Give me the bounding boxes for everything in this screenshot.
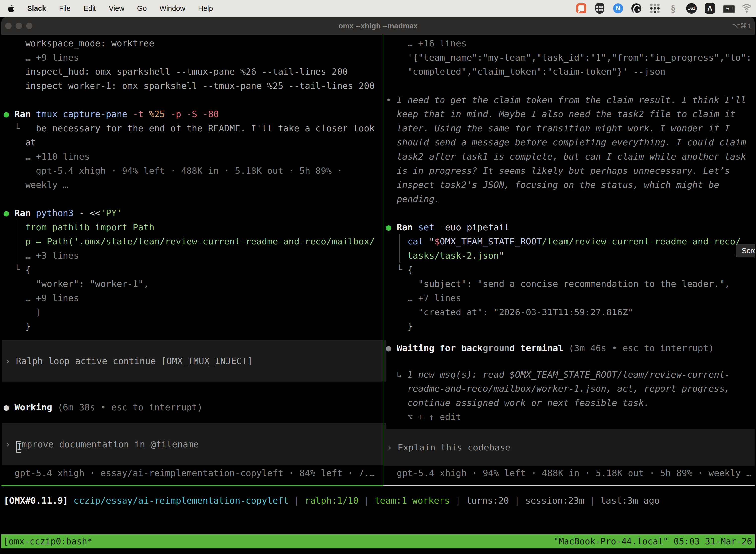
- terminal-line: ]: [4, 305, 375, 319]
- terminal-line: gpt-5.4 xhigh · 94% left · 488K in · 5.1…: [4, 164, 375, 178]
- terminal-line: [386, 206, 752, 220]
- prompt-input-left[interactable]: › Improve documentation in @filename: [2, 423, 386, 465]
- terminal-line: readme-and-reco/mailbox/worker-1.json, a…: [386, 382, 730, 396]
- terminal-window[interactable]: omx --xhigh --madmax ⌥⌘1 workspace_mode:…: [1, 17, 755, 554]
- terminal-line: ● Ran set -euo pipefail: [386, 220, 752, 234]
- screen-tooltip: Scre: [736, 244, 755, 258]
- terminal-line: later. Using the same for transition mig…: [386, 121, 752, 135]
- terminal-line: └ be necessary for the end of the README…: [4, 121, 375, 135]
- terminal-line: task2 after task1 is complete, but can I…: [386, 150, 752, 164]
- count-badge-icon[interactable]: ..61: [686, 3, 697, 14]
- terminal-line: … +3 lines: [4, 248, 375, 263]
- grid-dots-icon[interactable]: [649, 3, 660, 14]
- wifi-icon[interactable]: [741, 3, 752, 14]
- right-terminal-pane[interactable]: … +16 lines '{"team_name":"my-team","tas…: [386, 36, 752, 333]
- terminal-line: is in progress? It seems likely but perh…: [386, 164, 752, 178]
- terminal-line: gpt-5.4 xhigh · 94% left · 488K in · 5.1…: [386, 466, 752, 480]
- tmux-status-bar: [omx-cczip0:bash* "MacBook-Pro-44.local"…: [1, 535, 755, 548]
- tmux-session-label: [omx-cczip0:bash*: [3, 535, 92, 548]
- terminal-line: › Ralph loop active continue [OMX_TMUX_I…: [5, 354, 252, 368]
- terminal-line: • I need to get the claim token from the…: [386, 93, 752, 107]
- terminal-line: "completed","claim_token":"claim-token"}…: [386, 64, 752, 79]
- terminal-line: ↳ 1 new msg(s): read $OMX_TEAM_STATE_ROO…: [386, 367, 730, 382]
- terminal-line: workspace_mode: worktree: [4, 36, 375, 50]
- pane-bottom-border-right: [383, 486, 755, 486]
- shield-grid-icon[interactable]: [594, 3, 605, 14]
- model-status-right: gpt-5.4 xhigh · 94% left · 488K in · 5.1…: [386, 466, 752, 480]
- window-title: omx --xhigh --madmax: [1, 17, 755, 35]
- blue-circle-icon[interactable]: N: [613, 3, 624, 14]
- chat-app-icon[interactable]: [576, 3, 587, 14]
- menubar-app-name[interactable]: Slack: [27, 4, 46, 13]
- terminal-line: keep that in mind. Maybe I also need the…: [386, 107, 752, 121]
- prompt-placeholder: mprove documentation in @filename: [21, 439, 199, 449]
- terminal-line: p = Path('.omx/state/team/review-current…: [4, 234, 375, 248]
- prompt-chevron-icon: ›: [387, 442, 397, 452]
- terminal-line: pending.: [386, 192, 752, 206]
- menu-item-go[interactable]: Go: [137, 4, 147, 13]
- right-terminal-pane-lower[interactable]: ● Waiting for background terminal (3m 46…: [386, 341, 730, 424]
- text-cursor: I: [16, 441, 21, 453]
- omx-status-line: [OMX#0.11.9] cczip/essay/ai-reimplementa…: [4, 493, 659, 508]
- terminal-line: └ {: [386, 263, 752, 277]
- terminal-line: "subject": "send a concise recommendatio…: [386, 277, 752, 291]
- terminal-line: … +9 lines: [4, 291, 375, 305]
- terminal-line: ● Ran python3 - <<'PY': [4, 206, 375, 220]
- apple-menu-icon[interactable]: [7, 4, 14, 13]
- terminal-line: … +110 lines: [4, 150, 375, 164]
- prompt-placeholder: Explain this codebase: [397, 442, 510, 452]
- menubar: Slack File Edit View Go Window Help N § …: [0, 0, 756, 17]
- terminal-line: inspect task2's JSON, focusing on the st…: [386, 178, 752, 192]
- terminal-line: continue assigned work or next feasible …: [386, 396, 730, 410]
- terminal-line: … +16 lines: [386, 36, 752, 50]
- terminal-line: weekly …: [4, 178, 375, 192]
- terminal-line: … +9 lines: [4, 50, 375, 64]
- pane-bottom-border-left: [1, 486, 383, 486]
- tmux-pane-divider: [383, 35, 383, 486]
- output-connector-line: [399, 234, 400, 263]
- terminal-line: }: [4, 319, 375, 333]
- working-status-line: ● Working (6m 38s • esc to interrupt): [4, 400, 203, 414]
- menu-item-help[interactable]: Help: [198, 4, 213, 13]
- ralph-loop-banner: › Ralph loop active continue [OMX_TMUX_I…: [2, 340, 386, 382]
- terminal-line: [OMX#0.11.9] cczip/essay/ai-reimplementa…: [4, 493, 659, 508]
- menu-item-view[interactable]: View: [109, 4, 124, 13]
- window-shortcut-badge: ⌥⌘1: [732, 17, 751, 35]
- terminal-line: ● Waiting for background terminal (3m 46…: [386, 341, 730, 355]
- terminal-line: at: [4, 135, 375, 150]
- terminal-line: cat "$OMX_TEAM_STATE_ROOT/team/review-cu…: [386, 234, 752, 248]
- model-status-left: gpt-5.4 xhigh · essay/ai-reimplementatio…: [4, 466, 375, 480]
- menu-item-file[interactable]: File: [59, 4, 71, 13]
- a-badge-icon[interactable]: A: [704, 3, 715, 14]
- terminal-line: from pathlib import Path: [4, 220, 375, 234]
- terminal-line: tasks/task-2.json": [386, 248, 752, 263]
- battery-icon[interactable]: ϟ: [723, 3, 734, 14]
- left-terminal-pane[interactable]: workspace_mode: worktree … +9 lines insp…: [4, 36, 375, 333]
- prompt-input-right[interactable]: › Explain this codebase: [383, 429, 755, 466]
- terminal-line: ● Ran tmux capture-pane -t %25 -p -S -80: [4, 107, 375, 121]
- terminal-line: └ {: [4, 263, 375, 277]
- tmux-host-clock: "MacBook-Pro-44.local" 05:03 31-Mar-26: [553, 535, 752, 548]
- menu-item-edit[interactable]: Edit: [83, 4, 96, 13]
- terminal-line: "created_at": "2026-03-31T11:59:27.816Z": [386, 305, 752, 319]
- terminal-line: [4, 192, 375, 206]
- terminal-line: }: [386, 319, 752, 333]
- terminal-line: inspect_worker-1: omx sparkshell --tmux-…: [4, 79, 375, 93]
- crescent-icon[interactable]: [631, 3, 642, 14]
- terminal-line: should send a message before completing …: [386, 135, 752, 150]
- window-titlebar[interactable]: omx --xhigh --madmax ⌥⌘1: [1, 17, 755, 35]
- terminal-line: gpt-5.4 xhigh · essay/ai-reimplementatio…: [4, 466, 375, 480]
- terminal-line: ⌥ + ↑ edit: [386, 410, 730, 424]
- terminal-line: [4, 93, 375, 107]
- hook-icon[interactable]: §: [668, 3, 679, 14]
- terminal-line: [386, 79, 752, 93]
- menu-item-window[interactable]: Window: [160, 4, 185, 13]
- terminal-line: ● Working (6m 38s • esc to interrupt): [4, 400, 203, 414]
- output-connector-line: [17, 220, 17, 263]
- terminal-line: "worker": "worker-1",: [4, 277, 375, 291]
- terminal-line: inspect_hud: omx sparkshell --tmux-pane …: [4, 64, 375, 79]
- terminal-line: … +7 lines: [386, 291, 752, 305]
- prompt-chevron-icon: ›: [5, 439, 16, 449]
- terminal-line: '{"team_name":"my-team","task_id":"1","f…: [386, 50, 752, 64]
